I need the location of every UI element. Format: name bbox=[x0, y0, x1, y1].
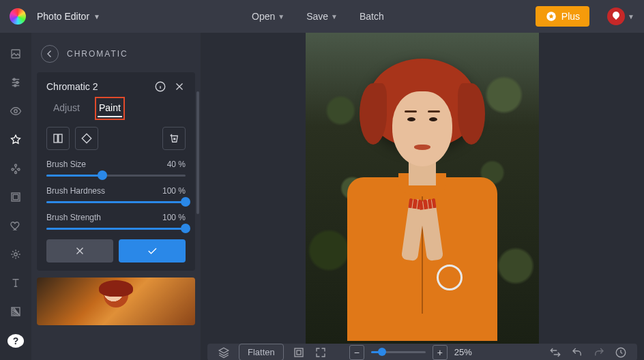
tab-bar: Adjust Paint bbox=[46, 100, 186, 117]
photo-preview bbox=[306, 33, 539, 344]
flatten-button[interactable]: Flatten bbox=[239, 344, 284, 360]
slider-brush-size: Brush Size 40 % bbox=[46, 160, 186, 177]
app-title-dropdown[interactable]: Photo Editor ▼ bbox=[37, 11, 100, 22]
breadcrumb: CHROMATIC bbox=[67, 49, 128, 59]
card-title: Chromatic 2 bbox=[46, 81, 98, 92]
svg-rect-18 bbox=[297, 350, 301, 355]
svg-point-6 bbox=[15, 164, 17, 166]
slider-value: 40 % bbox=[167, 160, 186, 169]
avatar bbox=[607, 7, 625, 25]
cancel-button[interactable] bbox=[46, 239, 113, 262]
slider-thumb[interactable] bbox=[181, 224, 190, 233]
slider-value: 100 % bbox=[162, 213, 186, 222]
zoom-slider[interactable] bbox=[371, 351, 426, 353]
svg-rect-1 bbox=[12, 50, 20, 58]
frame-icon[interactable] bbox=[8, 191, 23, 203]
clear-tool-button[interactable] bbox=[162, 127, 186, 150]
zoom-value: 25% bbox=[454, 347, 483, 357]
bottombar: Flatten − + 25% bbox=[207, 344, 637, 360]
slider-thumb[interactable] bbox=[181, 197, 190, 207]
tab-paint[interactable]: Paint bbox=[98, 100, 122, 117]
open-label: Open bbox=[252, 11, 275, 22]
account-menu[interactable]: ▼ bbox=[607, 7, 634, 25]
slider-label: Brush Strength bbox=[46, 213, 101, 222]
slider-label: Brush Hardness bbox=[46, 186, 105, 196]
slider-track[interactable] bbox=[46, 201, 186, 203]
slider-brush-hardness: Brush Hardness 100 % bbox=[46, 186, 186, 203]
zoom-out-button[interactable]: − bbox=[349, 345, 364, 360]
molecule-icon[interactable] bbox=[8, 162, 23, 175]
eye-icon[interactable] bbox=[8, 105, 23, 117]
svg-rect-17 bbox=[295, 348, 303, 357]
confirm-button[interactable] bbox=[119, 239, 186, 262]
topbar: Photo Editor ▼ Open ▼ Save ▼ Batch Plus … bbox=[0, 0, 644, 33]
layers-icon[interactable] bbox=[217, 346, 231, 359]
batch-label: Batch bbox=[360, 11, 384, 22]
chevron-down-icon: ▼ bbox=[331, 13, 338, 20]
slider-brush-strength: Brush Strength 100 % bbox=[46, 213, 186, 230]
plus-label: Plus bbox=[561, 11, 580, 22]
chevron-down-icon: ▼ bbox=[278, 13, 284, 20]
app-logo[interactable] bbox=[10, 8, 26, 25]
x-icon bbox=[74, 245, 86, 257]
compare-tool-button[interactable] bbox=[46, 127, 70, 150]
tool-iconbar: ? bbox=[0, 33, 31, 360]
scrollbar[interactable] bbox=[196, 91, 199, 214]
open-button[interactable]: Open ▼ bbox=[246, 7, 290, 26]
gear-icon[interactable] bbox=[8, 248, 23, 260]
image-icon[interactable] bbox=[8, 48, 23, 60]
fit-screen-icon[interactable] bbox=[292, 346, 306, 359]
close-icon[interactable] bbox=[173, 80, 186, 93]
history-icon[interactable] bbox=[614, 346, 628, 359]
info-icon[interactable] bbox=[154, 80, 166, 93]
arrow-left-icon bbox=[44, 48, 56, 60]
zoom-in-button[interactable]: + bbox=[433, 345, 448, 360]
canvas[interactable] bbox=[201, 33, 644, 344]
help-button[interactable]: ? bbox=[8, 334, 24, 348]
star-icon[interactable] bbox=[8, 134, 23, 146]
effect-panel: CHROMATIC Chromatic 2 Adjust Paint bbox=[31, 33, 201, 360]
chevron-down-icon: ▼ bbox=[93, 13, 100, 20]
save-label: Save bbox=[306, 11, 328, 22]
chevron-down-icon: ▼ bbox=[628, 13, 634, 20]
canvas-area: Flatten − + 25% bbox=[201, 33, 644, 360]
text-icon[interactable] bbox=[8, 277, 23, 289]
eraser-tool-button[interactable] bbox=[75, 127, 98, 150]
slider-track[interactable] bbox=[46, 228, 186, 230]
svg-point-9 bbox=[15, 172, 17, 174]
zoom-thumb[interactable] bbox=[378, 348, 386, 356]
save-button[interactable]: Save ▼ bbox=[301, 7, 343, 26]
sliders-icon[interactable] bbox=[8, 76, 23, 89]
zoom-controls: − + 25% bbox=[349, 345, 483, 360]
back-button[interactable] bbox=[41, 45, 59, 63]
slider-thumb[interactable] bbox=[98, 170, 107, 180]
effect-thumbnail[interactable] bbox=[37, 278, 195, 325]
batch-button[interactable]: Batch bbox=[354, 7, 390, 26]
effect-card: Chromatic 2 Adjust Paint Brush Size 40 % bbox=[37, 72, 195, 271]
svg-point-5 bbox=[14, 110, 18, 113]
app-title-text: Photo Editor bbox=[37, 11, 89, 22]
undo-icon[interactable] bbox=[570, 346, 584, 359]
svg-rect-11 bbox=[13, 194, 18, 200]
svg-point-8 bbox=[18, 168, 20, 170]
slider-value: 100 % bbox=[162, 186, 186, 196]
star-icon bbox=[545, 10, 557, 22]
tab-adjust[interactable]: Adjust bbox=[52, 100, 81, 117]
slider-track[interactable] bbox=[46, 175, 186, 177]
expand-icon[interactable] bbox=[314, 346, 327, 359]
plus-upgrade-button[interactable]: Plus bbox=[536, 6, 589, 27]
svg-point-12 bbox=[14, 253, 18, 256]
compare-icon[interactable] bbox=[548, 346, 562, 359]
heart-icon[interactable] bbox=[8, 220, 23, 232]
svg-rect-16 bbox=[59, 134, 62, 142]
redo-icon[interactable] bbox=[592, 346, 606, 359]
svg-rect-15 bbox=[54, 134, 57, 142]
check-icon bbox=[146, 245, 158, 257]
svg-point-7 bbox=[12, 168, 14, 170]
slider-label: Brush Size bbox=[46, 160, 86, 169]
texture-icon[interactable] bbox=[8, 305, 23, 318]
paint-tool-row bbox=[46, 127, 186, 150]
